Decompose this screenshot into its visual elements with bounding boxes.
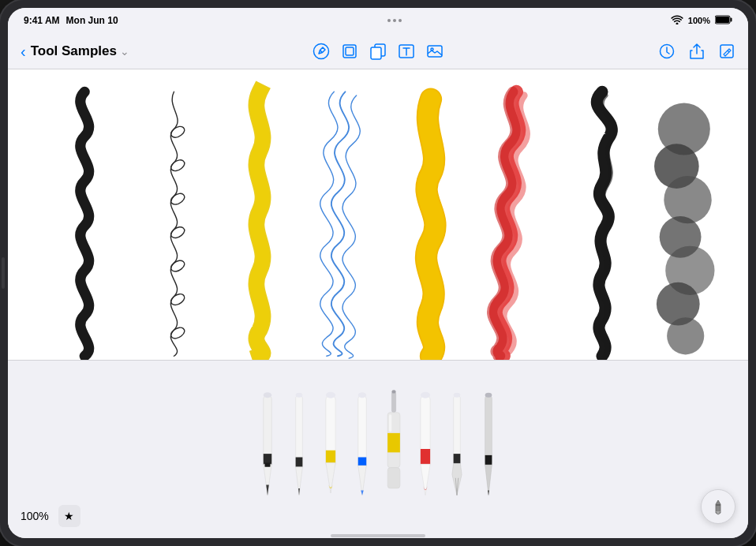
svg-rect-46 (485, 455, 492, 465)
tool-fountain-pen[interactable] (256, 372, 279, 499)
svg-point-34 (391, 390, 395, 393)
tool-graphite[interactable] (477, 372, 500, 499)
stroke-black-spray (654, 103, 714, 354)
svg-rect-24 (296, 395, 303, 468)
svg-rect-43 (454, 454, 461, 463)
tool-shelf-bottom: 100% ★ (8, 499, 748, 533)
stroke-black-loops (170, 92, 184, 356)
svg-rect-1 (730, 18, 732, 22)
image-icon[interactable] (426, 43, 443, 60)
tool-shelf: 100% ★ (8, 360, 748, 533)
svg-point-41 (421, 392, 430, 398)
page-title: Tool Samples (31, 43, 117, 59)
stroke-black-snake (80, 92, 89, 356)
svg-point-47 (485, 393, 492, 398)
tool-brush-marker[interactable] (320, 372, 342, 499)
svg-point-44 (454, 393, 461, 398)
stroke-blue-hatching (320, 92, 361, 358)
svg-point-19 (667, 317, 704, 354)
svg-rect-38 (389, 414, 392, 432)
tools-row (8, 361, 748, 499)
back-chevron-icon: ‹ (21, 43, 26, 59)
pencil-tip-icon (709, 498, 727, 515)
svg-rect-36 (387, 433, 400, 453)
ipad-frame: 9:41 AM Mon Jun 10 (0, 0, 756, 546)
edit-icon[interactable] (718, 43, 735, 60)
svg-rect-40 (421, 449, 430, 464)
pencil-tip-button[interactable] (701, 489, 735, 524)
favorites-button[interactable]: ★ (58, 505, 80, 527)
svg-rect-45 (485, 395, 492, 466)
wifi-icon (671, 15, 683, 26)
canvas-area[interactable] (8, 69, 748, 360)
svg-rect-25 (296, 458, 303, 467)
tool-paint-bottle[interactable] (383, 372, 405, 499)
svg-rect-28 (326, 451, 335, 463)
stroke-yellow-marker (256, 92, 263, 356)
copy-icon[interactable] (369, 43, 387, 60)
svg-rect-31 (358, 458, 367, 466)
home-bar (331, 534, 425, 537)
tool-technical-pen[interactable] (446, 372, 468, 499)
tool-fineliner[interactable] (288, 372, 310, 499)
toolbar: ‹ Tool Samples ⌄ (8, 33, 748, 69)
svg-rect-23 (265, 463, 271, 467)
svg-point-15 (664, 176, 711, 223)
svg-point-22 (264, 392, 272, 398)
star-icon: ★ (64, 510, 74, 522)
back-button[interactable]: ‹ (21, 43, 26, 59)
zoom-label: 100% (21, 510, 49, 522)
svg-point-32 (358, 392, 367, 398)
svg-rect-7 (371, 47, 381, 59)
svg-rect-33 (391, 391, 395, 412)
date-label: Mon Jun 10 (66, 15, 118, 26)
text-icon[interactable] (398, 43, 415, 60)
layers-icon[interactable] (341, 43, 358, 60)
status-bar: 9:41 AM Mon Jun 10 (8, 8, 748, 33)
time-label: 9:41 AM (24, 15, 60, 26)
battery-label: 100% (688, 16, 710, 25)
tool-crayon[interactable] (414, 372, 436, 499)
battery-icon (715, 15, 732, 26)
svg-point-26 (296, 393, 303, 398)
home-indicator (8, 533, 748, 538)
stroke-yellow-paint (426, 99, 435, 357)
ipad-screen: 9:41 AM Mon Jun 10 (8, 8, 748, 538)
brush-canvas (8, 69, 748, 360)
svg-rect-37 (387, 468, 400, 488)
share-icon[interactable] (688, 43, 705, 60)
svg-point-29 (326, 392, 335, 398)
history-icon[interactable] (658, 43, 676, 60)
svg-rect-48 (716, 504, 720, 506)
pencil-circle-icon[interactable] (313, 43, 330, 60)
stroke-red-crayon (492, 92, 527, 356)
side-handle (2, 257, 5, 289)
title-area: Tool Samples ⌄ (31, 43, 129, 59)
title-dropdown-icon[interactable]: ⌄ (120, 45, 129, 58)
tool-felt-tip[interactable] (351, 372, 373, 499)
svg-rect-2 (716, 17, 729, 23)
stroke-black-calligraphy (597, 92, 616, 356)
svg-rect-5 (346, 47, 354, 55)
